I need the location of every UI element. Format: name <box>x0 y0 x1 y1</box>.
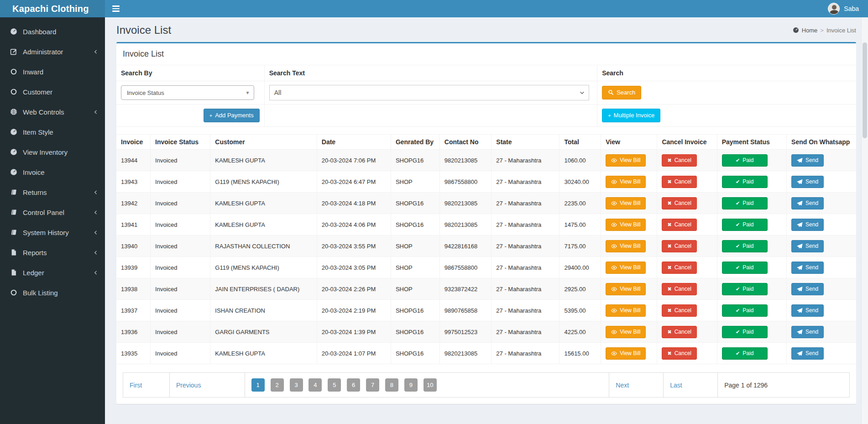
page-number-button-10[interactable]: 10 <box>424 378 437 392</box>
cancel-invoice-button[interactable]: ✖ Cancel <box>662 219 697 231</box>
cell-state: 27 - Maharashtra <box>492 171 559 193</box>
search-by-select[interactable]: Invoice Status ▾ <box>121 85 254 100</box>
page-number-button-3[interactable]: 3 <box>290 378 303 392</box>
cell-invoice-status: Invoiced <box>151 236 210 257</box>
sidebar-item-bulk-listing[interactable]: Bulk Listing <box>0 283 105 303</box>
search-text-selected-value: All <box>274 89 282 96</box>
cancel-invoice-button[interactable]: ✖ Cancel <box>662 304 697 317</box>
send-whatsapp-button[interactable]: Send <box>791 326 824 338</box>
view-bill-button[interactable]: View Bill <box>606 154 646 167</box>
send-whatsapp-button[interactable]: Send <box>791 304 824 317</box>
page-number-button-8[interactable]: 8 <box>385 378 398 392</box>
view-bill-button[interactable]: View Bill <box>606 262 646 274</box>
send-whatsapp-button[interactable]: Send <box>791 176 824 188</box>
scrollbar-thumb[interactable] <box>863 42 867 138</box>
payment-status-button[interactable]: ✔ Paid <box>722 304 768 317</box>
chevron-left-icon <box>93 210 98 215</box>
payment-status-button[interactable]: ✔ Paid <box>722 283 768 295</box>
cell-invoice-status: Invoiced <box>151 193 210 214</box>
send-whatsapp-button[interactable]: Send <box>791 347 824 360</box>
scrollbar[interactable] <box>861 17 868 424</box>
view-bill-button[interactable]: View Bill <box>606 219 646 231</box>
cancel-invoice-button[interactable]: ✖ Cancel <box>662 154 697 167</box>
cancel-invoice-button[interactable]: ✖ Cancel <box>662 197 697 209</box>
cell-invoice: 13943 <box>116 171 151 193</box>
page-number-button-6[interactable]: 6 <box>347 378 360 392</box>
payment-status-button[interactable]: ✔ Paid <box>722 347 768 360</box>
view-bill-button[interactable]: View Bill <box>606 197 646 209</box>
sidebar-item-reports[interactable]: Reports <box>0 242 105 262</box>
page-number-button-5[interactable]: 5 <box>328 378 341 392</box>
pagination-previous-link[interactable]: Previous <box>176 382 201 389</box>
cancel-invoice-button[interactable]: ✖ Cancel <box>662 240 697 252</box>
user-menu[interactable]: Saba <box>825 2 862 16</box>
brand-logo[interactable]: Kapachi Clothing <box>0 0 105 17</box>
search-text-select[interactable]: All <box>269 85 589 100</box>
page-number-button-2[interactable]: 2 <box>271 378 284 392</box>
search-button[interactable]: Search <box>602 86 641 99</box>
menu-toggle-button[interactable] <box>111 4 120 14</box>
view-bill-button[interactable]: View Bill <box>606 304 646 317</box>
view-bill-button[interactable]: View Bill <box>606 240 646 252</box>
table-row: 13937 Invoiced ISHAN CREATION 20-03-2024… <box>116 300 856 321</box>
sidebar-item-inward[interactable]: Inward <box>0 62 105 82</box>
chevron-down-icon <box>580 90 585 95</box>
payment-status-button[interactable]: ✔ Paid <box>722 197 768 209</box>
sidebar-item-invoice[interactable]: Invoice <box>0 162 105 182</box>
cell-contact-no: 9867558800 <box>439 257 491 278</box>
x-icon: ✖ <box>667 222 671 227</box>
sidebar-item-view-inventory[interactable]: View Inventory <box>0 142 105 162</box>
cancel-invoice-button[interactable]: ✖ Cancel <box>662 176 697 188</box>
payment-status-button[interactable]: ✔ Paid <box>722 326 768 338</box>
book-icon <box>10 209 17 216</box>
pagination-next-link[interactable]: Next <box>616 382 629 389</box>
send-whatsapp-button[interactable]: Send <box>791 262 824 274</box>
sidebar-item-control-panel[interactable]: Control Panel <box>0 202 105 222</box>
sidebar-item-administrator[interactable]: Administrator <box>0 42 105 62</box>
cell-invoice-status: Invoiced <box>151 171 210 193</box>
page-number-button-1[interactable]: 1 <box>251 378 265 392</box>
payment-status-button[interactable]: ✔ Paid <box>722 262 768 274</box>
payment-status-button[interactable]: ✔ Paid <box>722 240 768 252</box>
plus-icon: + <box>209 113 212 118</box>
sidebar-item-system-history[interactable]: System History <box>0 222 105 242</box>
send-whatsapp-button[interactable]: Send <box>791 154 824 167</box>
pagination-first-link[interactable]: First <box>130 382 142 389</box>
column-header-view: View <box>601 135 657 150</box>
cell-customer: KAMLESH GUPTA <box>210 150 317 171</box>
send-whatsapp-button[interactable]: Send <box>791 197 824 209</box>
multiple-invoice-button[interactable]: + Multiple Invoice <box>602 109 660 122</box>
eye-icon <box>611 308 617 314</box>
view-bill-button[interactable]: View Bill <box>606 176 646 188</box>
sidebar-item-web-controls[interactable]: Web Controls <box>0 102 105 122</box>
paper-plane-icon <box>797 286 803 292</box>
send-whatsapp-button[interactable]: Send <box>791 240 824 252</box>
sidebar-item-ledger[interactable]: Ledger <box>0 262 105 283</box>
add-payments-button[interactable]: + Add Payments <box>204 109 260 122</box>
view-bill-button[interactable]: View Bill <box>606 283 646 295</box>
page-number-button-4[interactable]: 4 <box>309 378 322 392</box>
view-bill-button[interactable]: View Bill <box>606 326 646 338</box>
sidebar-item-item-style[interactable]: Item Style <box>0 122 105 142</box>
cell-customer: G119 (MENS KAPACHI) <box>210 257 317 278</box>
sidebar-item-returns[interactable]: Returns <box>0 182 105 202</box>
page-number-button-9[interactable]: 9 <box>404 378 418 392</box>
paper-plane-icon <box>797 265 803 271</box>
view-bill-button[interactable]: View Bill <box>606 347 646 360</box>
cancel-invoice-button[interactable]: ✖ Cancel <box>662 326 697 338</box>
payment-status-button[interactable]: ✔ Paid <box>722 154 768 167</box>
payment-status-button[interactable]: ✔ Paid <box>722 219 768 231</box>
eye-icon <box>611 157 617 163</box>
cancel-invoice-button[interactable]: ✖ Cancel <box>662 262 697 274</box>
sidebar-item-customer[interactable]: Customer <box>0 82 105 102</box>
breadcrumb-home-link[interactable]: Home <box>802 27 818 34</box>
sidebar-item-dashboard[interactable]: Dashboard <box>0 21 105 42</box>
pagination-last-link[interactable]: Last <box>670 382 682 389</box>
cancel-invoice-button[interactable]: ✖ Cancel <box>662 347 697 360</box>
cell-generated-by: SHOP <box>391 278 439 300</box>
payment-status-button[interactable]: ✔ Paid <box>722 176 768 188</box>
page-number-button-7[interactable]: 7 <box>366 378 379 392</box>
send-whatsapp-button[interactable]: Send <box>791 283 824 295</box>
cancel-invoice-button[interactable]: ✖ Cancel <box>662 283 697 295</box>
send-whatsapp-button[interactable]: Send <box>791 219 824 231</box>
